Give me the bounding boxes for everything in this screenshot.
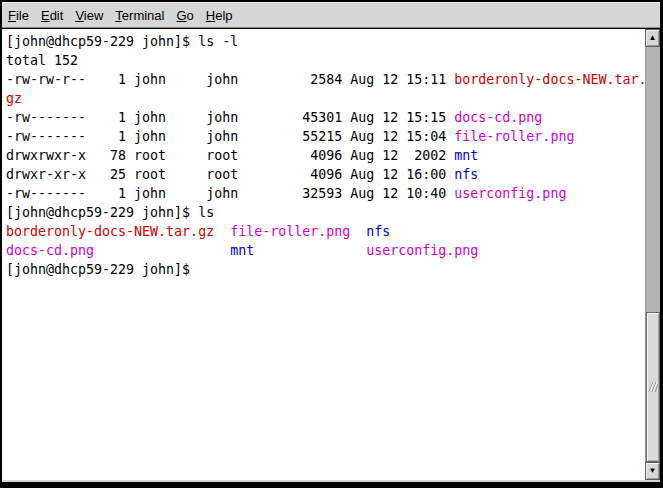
terminal-line: -rw------- 1 john john 32593 Aug 12 10:4…	[6, 184, 645, 203]
terminal-line: [john@dhcp59-229 john]$ ls	[6, 203, 645, 222]
terminal-line: -rw------- 1 john john 45301 Aug 12 15:1…	[6, 108, 645, 127]
scroll-down-icon: ▼	[649, 467, 657, 475]
terminal-text-segment: [john@dhcp59-229 john]$	[6, 262, 198, 277]
terminal-text-segment: file-roller.png	[454, 129, 574, 144]
terminal-text-segment: [john@dhcp59-229 john]$ ls	[6, 205, 214, 220]
terminal-window: File Edit View Terminal Go Help [john@dh…	[0, 0, 663, 488]
terminal-line: drwxr-xr-x 25 root root 4096 Aug 12 16:0…	[6, 165, 645, 184]
terminal-line: borderonly-docs-NEW.tar.gz file-roller.p…	[6, 222, 645, 241]
window-body: [john@dhcp59-229 john]$ ls -ltotal 152-r…	[2, 29, 660, 480]
terminal-line: [john@dhcp59-229 john]$	[6, 260, 645, 279]
terminal-text-segment: mnt	[454, 148, 478, 163]
terminal-text-segment: -rw------- 1 john john 55215 Aug 12 15:0…	[6, 129, 454, 144]
terminal-line: drwxrwxr-x 78 root root 4096 Aug 12 2002…	[6, 146, 645, 165]
terminal-text-segment	[254, 243, 366, 258]
window-bottom-edge	[2, 480, 660, 482]
menu-view[interactable]: View	[69, 4, 109, 27]
terminal-line: gz	[6, 89, 645, 108]
terminal-text-segment	[214, 224, 230, 239]
terminal-output[interactable]: [john@dhcp59-229 john]$ ls -ltotal 152-r…	[2, 29, 645, 480]
terminal-text-segment: userconfig.png	[454, 186, 566, 201]
terminal-line: docs-cd.png mnt userconfig.png	[6, 241, 645, 260]
terminal-text-segment: borderonly-docs-NEW.tar.	[454, 72, 645, 87]
terminal-line: total 152	[6, 51, 645, 70]
terminal-text-segment: mnt	[230, 243, 254, 258]
terminal-text-segment: gz	[6, 91, 22, 106]
terminal-text-segment: file-roller.png	[230, 224, 350, 239]
terminal-text-segment: total 152	[6, 53, 78, 68]
terminal-text-segment: [john@dhcp59-229 john]$ ls -l	[6, 34, 238, 49]
scrollbar-grip-icon	[648, 381, 658, 393]
terminal-text-segment: -rw-rw-r-- 1 john john 2584 Aug 12 15:11	[6, 72, 454, 87]
scrollbar[interactable]: ▲ ▼	[645, 29, 660, 480]
scroll-up-button[interactable]: ▲	[645, 29, 660, 47]
menu-help[interactable]: Help	[200, 4, 239, 27]
terminal-text-segment: -rw------- 1 john john 32593 Aug 12 10:4…	[6, 186, 454, 201]
scrollbar-thumb[interactable]	[646, 312, 660, 462]
scroll-up-icon: ▲	[649, 34, 657, 42]
terminal-text-segment: docs-cd.png	[6, 243, 94, 258]
terminal-text-segment: borderonly-docs-NEW.tar.gz	[6, 224, 214, 239]
terminal-text-segment: drwxr-xr-x 25 root root 4096 Aug 12 16:0…	[6, 167, 454, 182]
menu-edit[interactable]: Edit	[35, 4, 69, 27]
terminal-text-segment	[350, 224, 366, 239]
terminal-line: -rw------- 1 john john 55215 Aug 12 15:0…	[6, 127, 645, 146]
menu-terminal[interactable]: Terminal	[109, 4, 170, 27]
terminal-line: [john@dhcp59-229 john]$ ls -l	[6, 32, 645, 51]
scroll-down-button[interactable]: ▼	[645, 462, 660, 480]
menu-bar: File Edit View Terminal Go Help	[2, 2, 660, 28]
terminal-text-segment: nfs	[454, 167, 478, 182]
terminal-text-segment: -rw------- 1 john john 45301 Aug 12 15:1…	[6, 110, 454, 125]
scrollbar-trough[interactable]	[645, 47, 660, 462]
terminal-text-segment: nfs	[366, 224, 390, 239]
terminal-text-segment: userconfig.png	[366, 243, 478, 258]
terminal-text-segment: docs-cd.png	[454, 110, 542, 125]
menu-file[interactable]: File	[2, 4, 35, 27]
terminal-text-segment: drwxrwxr-x 78 root root 4096 Aug 12 2002	[6, 148, 454, 163]
terminal-text-segment	[94, 243, 230, 258]
menu-go[interactable]: Go	[170, 4, 199, 27]
terminal-line: -rw-rw-r-- 1 john john 2584 Aug 12 15:11…	[6, 70, 645, 89]
